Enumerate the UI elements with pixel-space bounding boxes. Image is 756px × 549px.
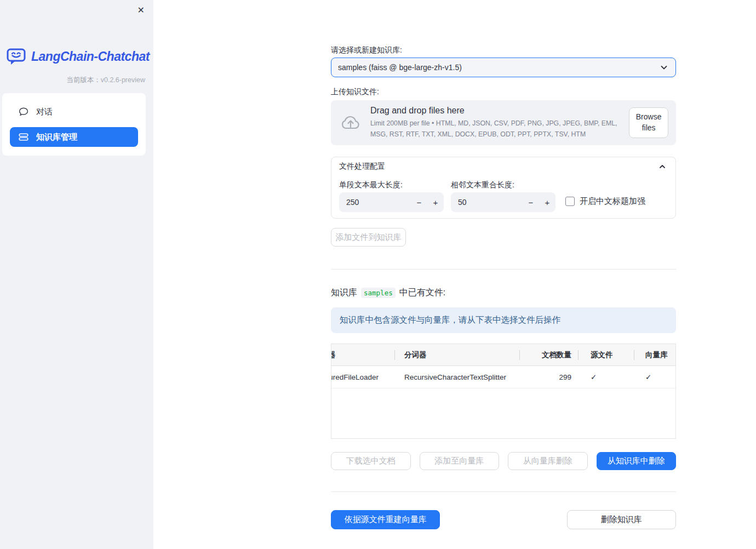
cell-vector-check: ✓ <box>634 366 675 388</box>
add-files-to-kb-button[interactable]: 添加文件到知识库 <box>331 228 406 247</box>
overlap-size-value: 50 <box>451 198 523 207</box>
col-header-source[interactable]: 源文件 <box>578 344 634 365</box>
logo-text: LangChain-Chatchat <box>31 49 150 64</box>
spacer <box>449 510 558 529</box>
delete-kb-button[interactable]: 删除知识库 <box>567 510 676 529</box>
version-label: 当前版本： <box>66 76 101 84</box>
chunk-size-input[interactable]: 250 − + <box>339 192 444 212</box>
knowledge-base-icon <box>18 131 29 142</box>
sidebar-item-dialogue[interactable]: 对话 <box>10 102 138 122</box>
delete-from-vectorstore-button[interactable]: 从向量库删除 <box>508 452 588 470</box>
kb-select-label: 请选择或新建知识库: <box>331 45 676 55</box>
checkbox-label: 开启中文标题加强 <box>580 196 645 207</box>
chevron-down-icon <box>659 62 669 72</box>
col-header-vector[interactable]: 向量库 <box>634 344 675 365</box>
kb-select[interactable]: samples (faiss @ bge-large-zh-v1.5) <box>331 58 676 77</box>
logo-chat-icon <box>6 47 27 66</box>
kb-files-table[interactable]: 文档加载器 分词器 文档数量 源文件 向量库 UnstructuredFileL… <box>331 344 676 439</box>
file-uploader-dropzone[interactable]: Drag and drop files here Limit 200MB per… <box>331 100 676 145</box>
download-selected-button[interactable]: 下载选中文档 <box>331 452 411 470</box>
cell-splitter: RecursiveCharacterTextSplitter <box>394 366 519 388</box>
file-config-title: 文件处理配置 <box>339 162 385 171</box>
info-banner: 知识库中包含源文件与向量库，请从下表中选择文件后操作 <box>331 307 676 333</box>
main-content: 请选择或新建知识库: samples (faiss @ bge-large-zh… <box>331 0 676 549</box>
close-icon[interactable]: ✕ <box>135 3 147 18</box>
sidebar-item-label: 对话 <box>36 107 53 117</box>
app-logo: LangChain-Chatchat <box>6 47 150 66</box>
kb-name-code: samples <box>361 288 396 298</box>
upload-label: 上传知识文件: <box>331 87 676 97</box>
plus-stepper[interactable]: + <box>427 198 444 207</box>
file-config-expander: 文件处理配置 单段文本最大长度: 250 − + 相邻文本重合长度: 50 − … <box>331 157 676 219</box>
divider <box>331 491 676 492</box>
overlap-size-label: 相邻文本重合长度: <box>451 180 514 190</box>
info-banner-text: 知识库中包含源文件与向量库，请从下表中选择文件后操作 <box>340 314 560 326</box>
table-action-buttons: 下载选中文档 添加至向量库 从向量库删除 从知识库中删除 <box>331 452 676 470</box>
checkbox-box[interactable] <box>565 197 575 206</box>
kb-select-value: samples (faiss @ bge-large-zh-v1.5) <box>338 63 659 72</box>
minus-stepper[interactable]: − <box>411 198 427 207</box>
uploader-title: Drag and drop files here <box>370 106 629 116</box>
bottom-buttons: 依据源文件重建向量库 删除知识库 <box>331 510 676 529</box>
col-header-splitter[interactable]: 分词器 <box>394 344 519 365</box>
delete-from-kb-button[interactable]: 从知识库中删除 <box>597 452 677 470</box>
version-info: 当前版本：v0.2.6-preview <box>66 76 145 85</box>
table-header-row: 文档加载器 分词器 文档数量 源文件 向量库 <box>331 344 675 366</box>
kb-files-suffix: 中已有文件: <box>399 287 445 299</box>
browse-files-button[interactable]: Browse files <box>629 107 668 138</box>
sidebar-item-label: 知识库管理 <box>36 132 77 142</box>
cloud-upload-icon <box>340 114 362 131</box>
uploader-hint: Limit 200MB per file • HTML, MD, JSON, C… <box>370 118 629 139</box>
chunk-size-value: 250 <box>339 198 411 207</box>
divider <box>331 269 676 270</box>
sidebar-menu: 对话 知识库管理 <box>2 93 146 156</box>
uploader-text: Drag and drop files here Limit 200MB per… <box>370 106 629 139</box>
chevron-up-icon <box>658 162 667 171</box>
add-to-vectorstore-button[interactable]: 添加至向量库 <box>420 452 500 470</box>
sidebar: ✕ LangChain-Chatchat 当前版本：v0.2.6-preview <box>0 0 153 549</box>
cell-loader: UnstructuredFileLoader <box>331 366 394 388</box>
rebuild-vectorstore-button[interactable]: 依据源文件重建向量库 <box>331 510 440 529</box>
kb-files-prefix: 知识库 <box>331 287 357 299</box>
file-config-expander-header[interactable]: 文件处理配置 <box>331 157 675 176</box>
app-root: ✕ LangChain-Chatchat 当前版本：v0.2.6-preview <box>0 0 756 549</box>
chunk-size-label: 单段文本最大长度: <box>339 180 403 190</box>
version-value: v0.2.6-preview <box>101 76 145 84</box>
col-header-docs[interactable]: 文档数量 <box>519 344 578 365</box>
table-row[interactable]: UnstructuredFileLoader RecursiveCharacte… <box>331 366 675 388</box>
overlap-size-input[interactable]: 50 − + <box>451 192 555 212</box>
plus-stepper[interactable]: + <box>539 198 555 207</box>
sidebar-item-kb-management[interactable]: 知识库管理 <box>10 127 138 147</box>
col-header-loader[interactable]: 文档加载器 <box>331 344 394 365</box>
cell-docs: 299 <box>519 366 578 388</box>
zh-title-enhance-checkbox[interactable]: 开启中文标题加强 <box>565 196 645 207</box>
minus-stepper[interactable]: − <box>523 198 539 207</box>
kb-files-line: 知识库 samples 中已有文件: <box>331 287 676 299</box>
chat-bubble-icon <box>18 106 29 117</box>
cell-source-check: ✓ <box>578 366 634 388</box>
